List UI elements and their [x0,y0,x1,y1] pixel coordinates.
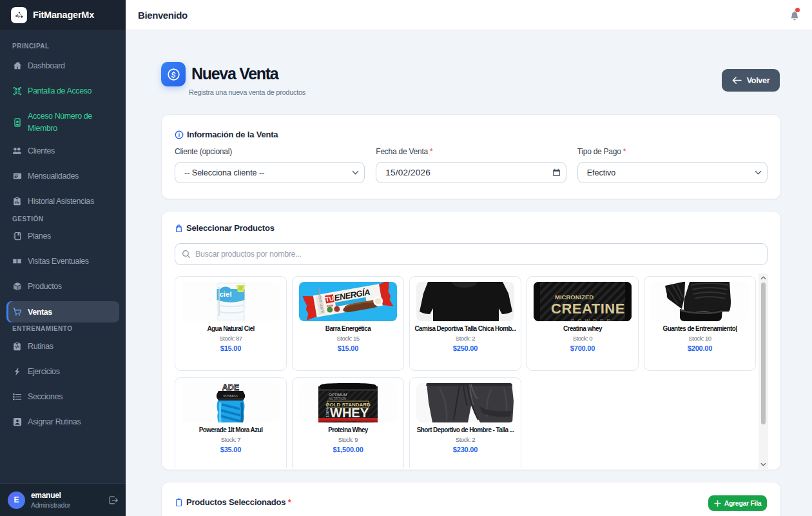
svg-text:WHEY: WHEY [330,406,369,420]
svg-text:CREATINE: CREATINE [551,301,625,317]
svg-text:ciel: ciel [219,290,231,298]
svg-text:NUTRITION: NUTRITION [329,397,347,401]
svg-text:POWDER: POWDER [571,318,614,321]
svg-text:ADE: ADE [222,383,239,392]
svg-text:TU: TU [325,295,334,303]
svg-text:100%: 100% [325,407,329,417]
svg-text:MICRONIZED: MICRONIZED [555,293,594,301]
svg-text:MORA AZUL: MORA AZUL [224,394,239,397]
